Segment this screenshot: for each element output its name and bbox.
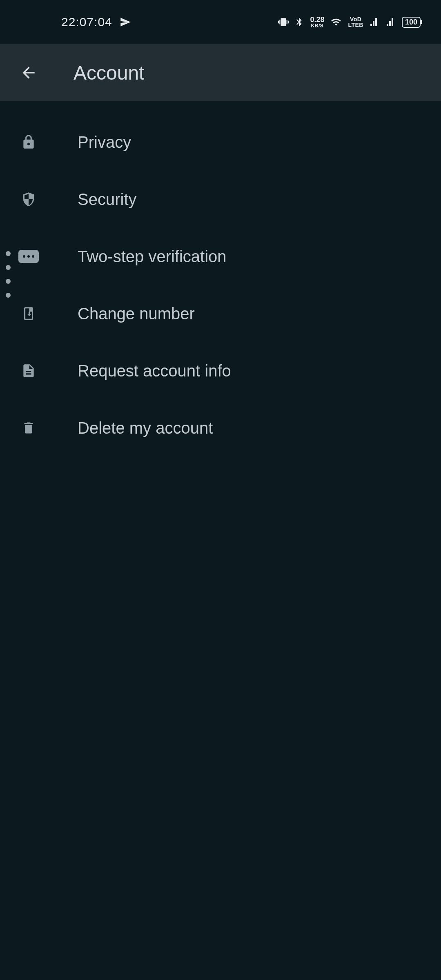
bluetooth-icon [294, 17, 304, 27]
lock-icon [16, 130, 41, 154]
list-item-label: Delete my account [78, 419, 213, 437]
list-item-two-step-verification[interactable]: Two-step verification [0, 228, 441, 285]
sim-swap-icon [16, 301, 41, 326]
network-type-indicator: VoD LTEB [348, 16, 363, 28]
list-item-label: Security [78, 190, 137, 209]
vod-top: VoD [350, 16, 361, 22]
battery-indicator: 100 [402, 17, 421, 28]
vod-bot: LTEB [348, 22, 363, 28]
signal-icon-1 [369, 17, 380, 27]
arrow-left-icon [20, 64, 38, 82]
list-item-privacy[interactable]: Privacy [0, 114, 441, 171]
page-title: Account [74, 62, 144, 84]
list-item-label: Privacy [78, 133, 131, 151]
list-item-label: Request account info [78, 362, 231, 380]
document-icon [16, 359, 41, 383]
shield-icon [16, 187, 41, 212]
send-icon [120, 16, 131, 28]
wifi-icon [330, 17, 342, 27]
list-item-delete-account[interactable]: Delete my account [0, 399, 441, 457]
data-rate-indicator: 0.28 KB/S [310, 16, 324, 28]
status-left: 22:07:04 [20, 15, 131, 29]
data-rate-unit: KB/S [311, 23, 324, 28]
status-time: 22:07:04 [61, 15, 112, 29]
settings-list: Privacy Security Two-step verification C… [0, 101, 441, 457]
status-right: 0.28 KB/S VoD LTEB 100 [278, 16, 421, 28]
battery-level: 100 [405, 18, 417, 27]
status-bar: 22:07:04 0.28 KB/S VoD LTEB 100 [0, 0, 441, 44]
signal-icon-2 [385, 17, 396, 27]
pin-icon [16, 244, 41, 269]
vibrate-icon [278, 17, 289, 27]
list-item-label: Two-step verification [78, 247, 227, 266]
trash-icon [16, 416, 41, 440]
list-item-change-number[interactable]: Change number [0, 285, 441, 342]
list-item-security[interactable]: Security [0, 171, 441, 228]
list-item-request-account-info[interactable]: Request account info [0, 342, 441, 399]
back-button[interactable] [16, 60, 41, 85]
side-edge-indicator [6, 251, 11, 298]
app-bar: Account [0, 44, 441, 101]
data-rate-value: 0.28 [310, 16, 324, 23]
list-item-label: Change number [78, 305, 195, 323]
